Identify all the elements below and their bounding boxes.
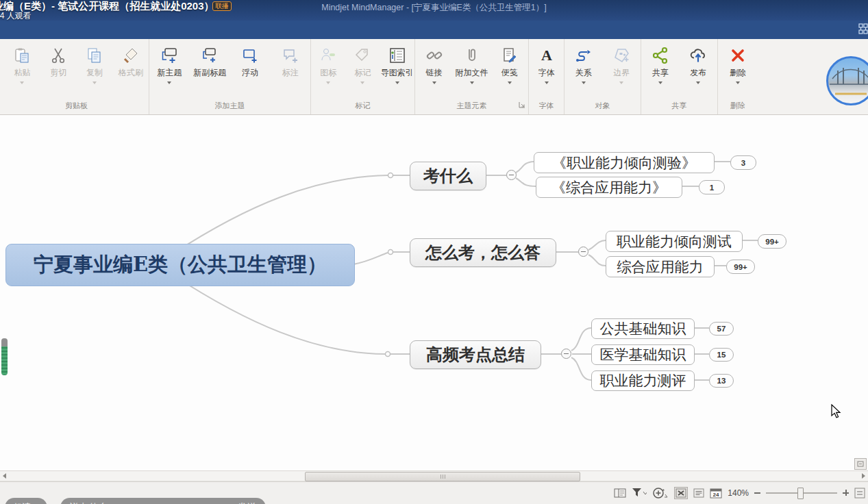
stream-side-handle[interactable] — [1, 338, 8, 375]
cut-button[interactable]: 剪切 — [40, 46, 77, 87]
chevron-down-icon — [736, 81, 740, 84]
paste-button[interactable]: 粘贴 — [4, 46, 40, 84]
floating-topic-button[interactable]: 浮动 — [230, 46, 271, 87]
subtopic[interactable]: 综合应用能力 — [606, 256, 715, 277]
chevron-down-icon — [658, 81, 662, 84]
count-badge[interactable]: 3 — [730, 155, 756, 170]
fit-map-corner-button[interactable] — [854, 458, 867, 470]
send-button[interactable]: 发送 — [238, 501, 256, 504]
link-button[interactable]: 链接 — [415, 46, 453, 84]
icons-button[interactable]: 图标 — [311, 46, 345, 84]
collapse-toggle[interactable] — [561, 349, 571, 359]
group-label-topic-elements: 主题元素 — [415, 101, 528, 111]
subtopic[interactable]: 医学基础知识 — [591, 344, 695, 365]
calendar-icon[interactable]: 24 — [710, 488, 722, 499]
scroll-right-arrow-icon[interactable] — [862, 473, 865, 479]
svg-text:A: A — [541, 47, 552, 64]
root-topic[interactable]: 宁夏事业编E类（公共卫生管理） — [5, 244, 355, 286]
zoom-out-icon[interactable] — [754, 492, 760, 494]
zoom-refresh-icon[interactable] — [652, 487, 669, 499]
mouse-cursor — [831, 404, 842, 422]
new-subtopic-button[interactable]: 新副标题 — [190, 46, 230, 87]
relationship-icon — [574, 46, 593, 65]
subtopic[interactable]: 职业能力测评 — [591, 370, 695, 391]
link-icon — [425, 46, 444, 65]
paste-icon — [12, 46, 32, 65]
quality-label: 超清 — [13, 501, 31, 504]
chevron-down-icon — [92, 81, 97, 84]
map-index-icon — [388, 46, 407, 65]
fit-page-icon[interactable] — [854, 488, 865, 499]
bridge-photo — [828, 58, 868, 103]
new-topic-button[interactable]: 新主题 — [149, 46, 190, 84]
status-controls: 24 140% — [614, 481, 865, 504]
stream-session-title: 业编（E类）- 笔试公开课程（招生就业处0203） — [0, 0, 214, 13]
count-badge[interactable]: 57 — [709, 322, 734, 336]
notes-button[interactable]: 便笺 — [491, 46, 528, 84]
chat-placeholder: 说点什么 — [70, 501, 107, 504]
count-badge[interactable]: 99+ — [758, 234, 786, 249]
new-subtopic-icon — [200, 46, 219, 65]
scroll-left-arrow-icon[interactable] — [3, 473, 6, 479]
map-index-button[interactable]: 导图索引 — [380, 46, 414, 84]
group-label-objects: 对象 — [565, 101, 641, 111]
map-layout-icon[interactable] — [858, 23, 868, 39]
chevron-down-icon — [432, 81, 436, 84]
dialog-launcher-icon[interactable] — [519, 99, 525, 111]
chat-input[interactable]: 说点什么 发送 — [60, 498, 266, 504]
ribbon-group-delete: 删除 删除 — [718, 39, 758, 114]
ribbon-group-font: A 字体 字体 — [529, 39, 565, 114]
ribbon-group-topic-elements: 链接 附加文件 便笺 主题元素 — [415, 39, 529, 114]
subtopic[interactable]: 职业能力倾向测试 — [606, 231, 743, 252]
count-badge[interactable]: 1 — [699, 180, 725, 194]
count-badge[interactable]: 13 — [709, 374, 734, 388]
filter-icon[interactable] — [632, 488, 647, 499]
zoom-level[interactable]: 140% — [728, 488, 749, 498]
count-badge[interactable]: 15 — [709, 348, 734, 362]
menu-tab-row — [0, 21, 868, 39]
format-painter-button[interactable]: 格式刷 — [112, 46, 149, 87]
share-button[interactable]: 共享 — [641, 46, 680, 84]
font-button[interactable]: A 字体 — [529, 46, 564, 84]
branch-topic[interactable]: 怎么考，怎么答 — [410, 238, 556, 267]
outline-view-icon[interactable] — [693, 488, 704, 498]
subtopic[interactable]: 《综合应用能力》 — [536, 177, 682, 198]
collapse-icon — [581, 251, 586, 253]
stream-quality-button[interactable]: 超清 — [5, 498, 47, 504]
subtopic[interactable]: 公共基础知识 — [591, 318, 695, 339]
zoom-slider[interactable] — [766, 488, 837, 499]
font-icon: A — [537, 46, 556, 65]
chevron-down-icon — [167, 81, 171, 84]
branch-topic[interactable]: 考什么 — [410, 162, 486, 190]
attach-file-button[interactable]: 附加文件 — [453, 46, 491, 84]
relationship-button[interactable]: 关系 — [565, 46, 603, 84]
viewer-count: 54 人观看 — [0, 10, 32, 22]
copy-button[interactable]: 复制 — [77, 46, 113, 84]
publish-button[interactable]: 发布 — [680, 46, 718, 84]
chevron-down-icon — [326, 81, 330, 84]
scrollbar-thumb[interactable] — [305, 472, 580, 481]
subtopic[interactable]: 《职业能力倾向测验》 — [534, 152, 715, 173]
branch-topic[interactable]: 高频考点总结 — [410, 340, 541, 369]
chevron-down-icon — [545, 81, 549, 84]
chevron-down-icon — [470, 81, 474, 84]
collapse-toggle[interactable] — [578, 247, 588, 257]
group-label-delete: 删除 — [718, 101, 758, 111]
boundary-button[interactable]: 边界 — [603, 46, 641, 84]
count-badge[interactable]: 99+ — [726, 260, 755, 274]
task-panel-icon[interactable] — [614, 488, 626, 499]
zoom-slider-thumb[interactable] — [797, 488, 804, 499]
fit-selection-icon[interactable] — [674, 487, 688, 499]
callout-button[interactable]: 标注 — [270, 46, 310, 87]
zoom-in-icon[interactable] — [843, 490, 849, 496]
collapse-icon — [564, 353, 569, 355]
delete-button[interactable]: 删除 — [718, 46, 758, 84]
group-label-font: 字体 — [529, 101, 564, 111]
chevron-down-icon — [508, 81, 512, 84]
notes-icon — [500, 46, 519, 65]
ribbon-group-objects: 关系 边界 对象 — [565, 39, 641, 114]
new-topic-icon — [160, 46, 179, 65]
tags-button[interactable]: 标记 — [345, 46, 380, 84]
collapse-toggle[interactable] — [506, 170, 517, 180]
collapse-icon — [509, 175, 514, 176]
